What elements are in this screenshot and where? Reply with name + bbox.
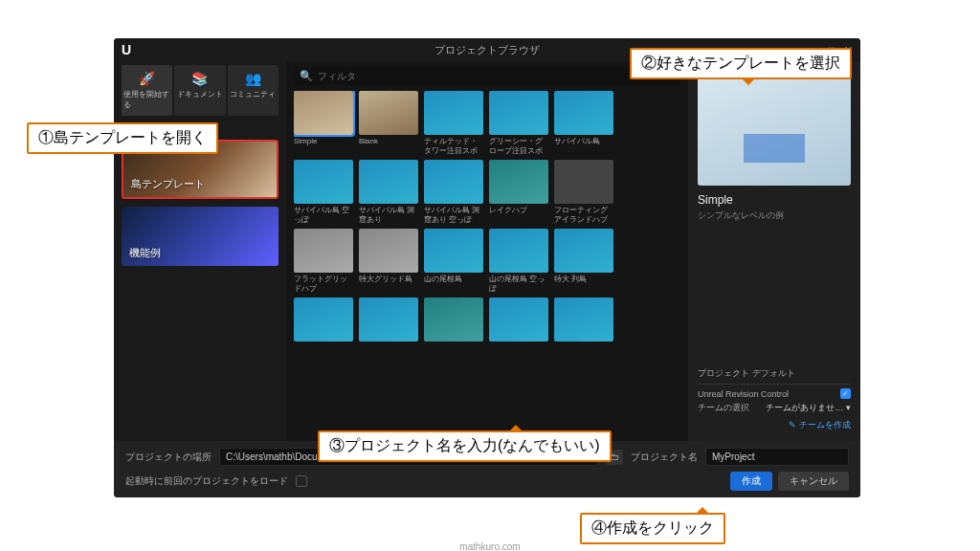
load-last-project-label: 起動時に前回のプロジェクトをロード — [125, 474, 288, 488]
template-card[interactable] — [554, 298, 613, 342]
tab-community-label: コミュニティ — [230, 89, 276, 99]
search-bar[interactable]: 🔍 — [294, 67, 680, 85]
category-label: 機能例 — [129, 246, 161, 260]
template-card[interactable] — [424, 298, 483, 342]
people-icon: 👥 — [245, 71, 261, 86]
tab-docs-label: ドキュメント — [177, 89, 223, 99]
annotation-2: ②好きなテンプレートを選択 — [630, 48, 852, 79]
template-blank[interactable] — [359, 91, 418, 135]
project-defaults-header: プロジェクト デフォルト — [698, 364, 851, 385]
template-card[interactable] — [294, 229, 353, 273]
team-select-dropdown[interactable]: チームがありませ… ▾ — [766, 402, 851, 414]
template-card[interactable] — [424, 91, 483, 135]
load-last-project-checkbox[interactable] — [296, 475, 307, 487]
template-card[interactable] — [424, 160, 483, 204]
revision-control-label: Unreal Revision Control — [698, 389, 840, 399]
project-name-input[interactable] — [705, 448, 849, 466]
team-select-label: チームの選択 — [698, 402, 766, 414]
tab-start-label: 使用を開始する — [123, 89, 170, 110]
category-feature-examples[interactable]: 機能例 — [122, 207, 278, 266]
annotation-4: ④作成をクリック — [580, 513, 725, 544]
project-location-label: プロジェクトの場所 — [125, 451, 212, 464]
template-card[interactable] — [424, 229, 483, 273]
template-card[interactable] — [554, 160, 613, 204]
template-card[interactable] — [294, 160, 353, 204]
watermark: mathkuro.com — [459, 541, 520, 551]
chevron-down-icon: ▾ — [846, 403, 851, 412]
annotation-1: ①島テンプレートを開く — [27, 122, 218, 154]
category-label: 島テンプレート — [131, 177, 205, 191]
create-team-link[interactable]: ✎ チームを作成 — [698, 419, 851, 431]
tab-docs[interactable]: 📚 ドキュメント — [174, 65, 225, 116]
project-name-label: プロジェクト名 — [631, 451, 698, 464]
tab-start[interactable]: 🚀 使用を開始する — [122, 65, 172, 116]
template-card[interactable] — [359, 160, 418, 204]
template-preview-image — [698, 71, 851, 186]
template-card[interactable] — [359, 229, 418, 273]
template-card[interactable] — [489, 160, 548, 204]
search-input[interactable] — [318, 71, 675, 81]
search-icon: 🔍 — [300, 70, 313, 82]
annotation-3: ③プロジェクト名を入力(なんでもいい) — [318, 430, 612, 462]
sidebar: 🚀 使用を開始する 📚 ドキュメント 👥 コミュニティ 👤 Ma 島テンプレート… — [114, 61, 286, 441]
template-simple[interactable] — [294, 91, 353, 135]
ue-logo-icon: U — [122, 42, 131, 57]
preview-title: Simple — [698, 193, 851, 207]
template-grid-panel: 🔍 Simple Blank ティルテッド・タワー注目スポット島 グリーシー・グ… — [286, 61, 688, 441]
template-card[interactable] — [489, 91, 548, 135]
window-title: プロジェクトブラウザ — [434, 43, 540, 57]
cancel-button[interactable]: キャンセル — [778, 472, 849, 491]
template-card[interactable] — [554, 229, 613, 273]
tab-community[interactable]: 👥 コミュニティ — [228, 65, 278, 116]
template-card[interactable] — [489, 298, 548, 342]
create-button[interactable]: 作成 — [730, 472, 772, 491]
template-card[interactable] — [554, 91, 613, 135]
details-panel: Simple シンプルなレベルの例 プロジェクト デフォルト Unreal Re… — [688, 61, 860, 441]
preview-description: シンプルなレベルの例 — [698, 209, 851, 222]
book-icon: 📚 — [191, 71, 208, 86]
template-card[interactable] — [489, 229, 548, 273]
template-card[interactable] — [294, 298, 353, 342]
template-card[interactable] — [359, 298, 418, 342]
rocket-icon: 🚀 — [139, 71, 155, 86]
project-browser-window: U プロジェクトブラウザ ─ □ ✕ 🚀 使用を開始する 📚 ドキュメント 👥 … — [114, 38, 860, 497]
revision-control-checkbox[interactable]: ✓ — [840, 388, 851, 399]
